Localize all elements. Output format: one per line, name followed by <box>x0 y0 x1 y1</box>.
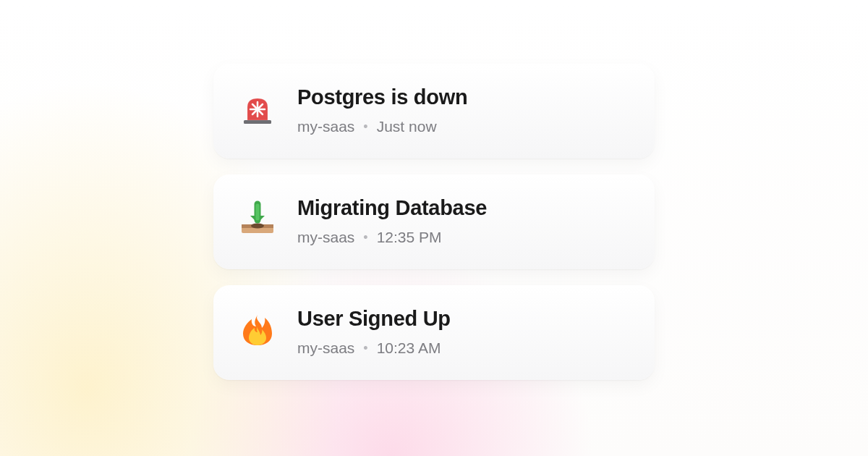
notification-project: my-saas <box>297 229 354 246</box>
meta-separator: • <box>363 119 367 135</box>
notification-project: my-saas <box>297 339 354 357</box>
notification-time: 12:35 PM <box>377 229 442 246</box>
meta-separator: • <box>363 341 367 356</box>
meta-separator: • <box>363 230 367 245</box>
notification-meta: my-saas • 10:23 AM <box>297 339 630 357</box>
notification-content: Postgres is down my-saas • Just now <box>297 85 630 135</box>
notification-meta: my-saas • Just now <box>297 118 630 135</box>
notification-title: Postgres is down <box>297 85 630 109</box>
notification-card[interactable]: Migrating Database my-saas • 12:35 PM <box>213 174 655 269</box>
svg-rect-0 <box>244 120 271 124</box>
inbox-download-icon <box>238 199 277 238</box>
siren-icon <box>238 88 277 127</box>
notification-project: my-saas <box>297 118 354 135</box>
notification-content: User Signed Up my-saas • 10:23 AM <box>297 307 630 357</box>
notification-card[interactable]: User Signed Up my-saas • 10:23 AM <box>213 285 655 380</box>
notification-title: User Signed Up <box>297 307 630 331</box>
svg-point-7 <box>251 224 264 229</box>
notification-card[interactable]: Postgres is down my-saas • Just now <box>213 64 655 159</box>
notification-time: 10:23 AM <box>377 339 441 357</box>
notification-time: Just now <box>377 118 437 135</box>
notification-content: Migrating Database my-saas • 12:35 PM <box>297 196 630 246</box>
notification-meta: my-saas • 12:35 PM <box>297 229 630 246</box>
notification-list: Postgres is down my-saas • Just now Migr… <box>213 64 655 380</box>
notification-title: Migrating Database <box>297 196 630 220</box>
fire-icon <box>238 310 277 349</box>
